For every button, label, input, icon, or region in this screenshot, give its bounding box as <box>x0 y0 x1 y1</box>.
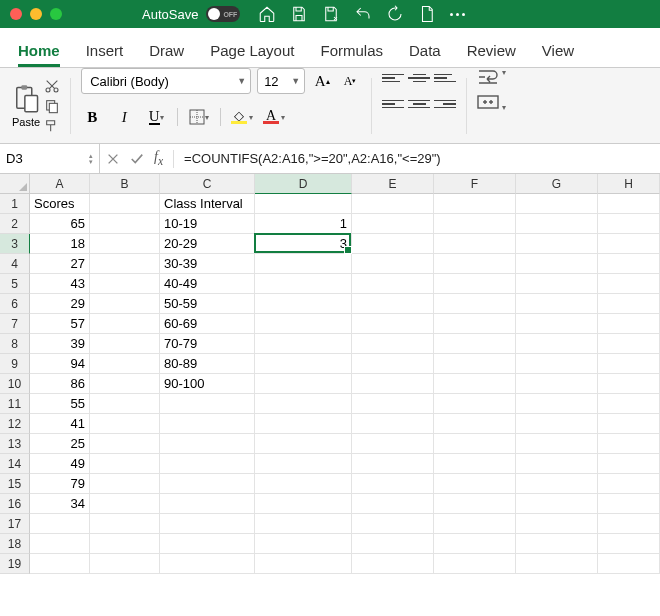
cell-D1[interactable] <box>255 194 352 214</box>
copy-icon[interactable] <box>44 98 60 114</box>
cell-B14[interactable] <box>90 454 160 474</box>
more-icon[interactable] <box>450 5 465 23</box>
cell-D11[interactable] <box>255 394 352 414</box>
cell-G17[interactable] <box>516 514 598 534</box>
cell-F9[interactable] <box>434 354 516 374</box>
cell-E15[interactable] <box>352 474 434 494</box>
row-header[interactable]: 11 <box>0 394 30 414</box>
cell-B7[interactable] <box>90 314 160 334</box>
cell-F10[interactable] <box>434 374 516 394</box>
column-header[interactable]: F <box>434 174 516 194</box>
column-header[interactable]: C <box>160 174 255 194</box>
cell-E16[interactable] <box>352 494 434 514</box>
cell-A14[interactable]: 49 <box>30 454 90 474</box>
cell-D15[interactable] <box>255 474 352 494</box>
minimize-window-icon[interactable] <box>30 8 42 20</box>
cell-E2[interactable] <box>352 214 434 234</box>
cell-C12[interactable] <box>160 414 255 434</box>
spreadsheet-grid[interactable]: 12345678910111213141516171819 ABCDEFGH S… <box>0 174 660 574</box>
cell-B3[interactable] <box>90 234 160 254</box>
cell-E1[interactable] <box>352 194 434 214</box>
cell-A15[interactable]: 79 <box>30 474 90 494</box>
cell-B10[interactable] <box>90 374 160 394</box>
cell-C10[interactable]: 90-100 <box>160 374 255 394</box>
cell-A8[interactable]: 39 <box>30 334 90 354</box>
cell-B11[interactable] <box>90 394 160 414</box>
cell-C8[interactable]: 70-79 <box>160 334 255 354</box>
cell-G10[interactable] <box>516 374 598 394</box>
cell-C2[interactable]: 10-19 <box>160 214 255 234</box>
tab-review[interactable]: Review <box>467 42 516 67</box>
cell-G12[interactable] <box>516 414 598 434</box>
cell-E5[interactable] <box>352 274 434 294</box>
redo-icon[interactable] <box>386 5 404 23</box>
align-top-button[interactable] <box>382 68 404 88</box>
cancel-formula-icon[interactable] <box>106 152 120 166</box>
cell-C3[interactable]: 20-29 <box>160 234 255 254</box>
cell-B9[interactable] <box>90 354 160 374</box>
cell-A5[interactable]: 43 <box>30 274 90 294</box>
row-header[interactable]: 14 <box>0 454 30 474</box>
cell-E12[interactable] <box>352 414 434 434</box>
paste-button[interactable]: Paste <box>12 84 40 128</box>
cell-C11[interactable] <box>160 394 255 414</box>
cell-C15[interactable] <box>160 474 255 494</box>
cell-A7[interactable]: 57 <box>30 314 90 334</box>
cell-B13[interactable] <box>90 434 160 454</box>
cell-G14[interactable] <box>516 454 598 474</box>
align-bottom-button[interactable] <box>434 68 456 88</box>
fill-color-button[interactable]: ◇▾ <box>231 106 253 128</box>
cell-A4[interactable]: 27 <box>30 254 90 274</box>
cell-D4[interactable] <box>255 254 352 274</box>
cell-B19[interactable] <box>90 554 160 574</box>
column-header[interactable]: G <box>516 174 598 194</box>
cut-icon[interactable] <box>44 78 60 94</box>
cell-D6[interactable] <box>255 294 352 314</box>
tab-formulas[interactable]: Formulas <box>320 42 383 67</box>
cell-E9[interactable] <box>352 354 434 374</box>
toggle-switch[interactable]: OFF <box>206 6 240 22</box>
cell-G1[interactable] <box>516 194 598 214</box>
row-header[interactable]: 18 <box>0 534 30 554</box>
underline-button[interactable]: U ▾ <box>145 106 167 128</box>
cell-A16[interactable]: 34 <box>30 494 90 514</box>
cell-D8[interactable] <box>255 334 352 354</box>
cell-B12[interactable] <box>90 414 160 434</box>
row-header[interactable]: 19 <box>0 554 30 574</box>
cell-F18[interactable] <box>434 534 516 554</box>
merge-button[interactable]: ▾ <box>477 94 506 113</box>
cell-G18[interactable] <box>516 534 598 554</box>
cell-H15[interactable] <box>598 474 660 494</box>
font-size-select[interactable]: 12▼ <box>257 68 305 94</box>
cell-F1[interactable] <box>434 194 516 214</box>
cell-F19[interactable] <box>434 554 516 574</box>
cell-D3[interactable]: 3 <box>255 234 352 254</box>
cell-B1[interactable] <box>90 194 160 214</box>
cell-H4[interactable] <box>598 254 660 274</box>
cell-H19[interactable] <box>598 554 660 574</box>
row-header[interactable]: 13 <box>0 434 30 454</box>
cell-D9[interactable] <box>255 354 352 374</box>
cell-F3[interactable] <box>434 234 516 254</box>
fx-icon[interactable]: fx <box>154 149 163 168</box>
cell-F16[interactable] <box>434 494 516 514</box>
cell-G5[interactable] <box>516 274 598 294</box>
tab-draw[interactable]: Draw <box>149 42 184 67</box>
cell-B6[interactable] <box>90 294 160 314</box>
row-header[interactable]: 10 <box>0 374 30 394</box>
cell-F2[interactable] <box>434 214 516 234</box>
cell-F4[interactable] <box>434 254 516 274</box>
align-center-button[interactable] <box>408 94 430 114</box>
cell-E17[interactable] <box>352 514 434 534</box>
tab-insert[interactable]: Insert <box>86 42 124 67</box>
cell-B4[interactable] <box>90 254 160 274</box>
cell-H13[interactable] <box>598 434 660 454</box>
row-header[interactable]: 16 <box>0 494 30 514</box>
increase-font-icon[interactable]: A▴ <box>311 70 333 92</box>
cell-A6[interactable]: 29 <box>30 294 90 314</box>
cell-B16[interactable] <box>90 494 160 514</box>
cell-D5[interactable] <box>255 274 352 294</box>
cell-B18[interactable] <box>90 534 160 554</box>
row-header[interactable]: 5 <box>0 274 30 294</box>
row-header[interactable]: 6 <box>0 294 30 314</box>
